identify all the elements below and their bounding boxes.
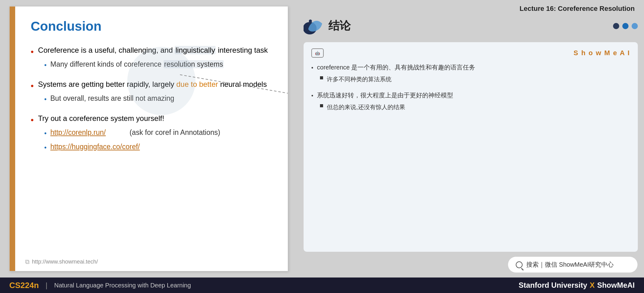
bullet-1-marker: • (31, 45, 34, 58)
bottom-right: Stanford University X ShowMeAI (519, 281, 635, 290)
right-panel: Lecture 16: Coreference Resolution 结论 (297, 0, 644, 277)
x-separator: X (590, 281, 595, 290)
search-text: 搜索｜微信 ShowMeAI研究中心 (526, 260, 614, 269)
link-1[interactable]: http://corenlp.run/ (ask for coref in An… (50, 127, 220, 138)
bottom-left: CS224n | Natural Language Processing wit… (9, 281, 191, 290)
stanford-text: Stanford University (519, 281, 587, 290)
bullet-1: • Coreference is a useful, challenging, … (31, 45, 272, 73)
cn-sub-bullets-1: 许多不同种类的算法系统 (320, 75, 475, 84)
svg-point-2 (309, 20, 312, 23)
sub-bullet-1-1-text: Many different kinds of coreference reso… (50, 59, 224, 70)
slide-footer: ⧉ http://www.showmeai.tech/ (25, 258, 98, 265)
cn-bullet-1-marker: • (311, 64, 313, 73)
bottom-divider: | (43, 281, 50, 290)
cn-bullet-2-text: 系统迅速好转，很大程度上是由于更好的神经模型 (317, 92, 453, 99)
showmeai-footer-brand: ShowMeAI (597, 281, 635, 290)
lecture-title: Lecture 16: Coreference Resolution (304, 5, 638, 13)
cn-sub-bullet-2-1-text: 但总的来说,还没有惊人的结果 (327, 103, 405, 112)
cn-title: 结论 (328, 18, 351, 33)
sub-bullets-1: • Many different kinds of coreference re… (44, 59, 268, 70)
cn-bullets: • coreference 是一个有用的、具有挑战性和有趣的语言任务 许多不同种… (311, 62, 630, 115)
cursor-icon: ⧉ (25, 258, 29, 265)
sub-bullet-3-1-marker: • (44, 128, 47, 138)
bullet-3-text: Try out a coreference system yourself! (38, 114, 164, 122)
nav-dot-3 (632, 23, 638, 29)
cn-bullet-1-content: coreference 是一个有用的、具有挑战性和有趣的语言任务 许多不同种类的… (317, 62, 475, 87)
sub-bullets-3: • http://corenlp.run/ (ask for coref in … (44, 127, 220, 153)
cn-icon (304, 17, 324, 34)
sub-bullet-1-1: • Many different kinds of coreference re… (44, 59, 268, 70)
bullet-1-content: Coreference is a useful, challenging, an… (38, 45, 268, 73)
sub-bullet-2-1-marker: • (44, 94, 47, 104)
cn-bullet-2-content: 系统迅速好转，很大程度上是由于更好的神经模型 但总的来说,还没有惊人的结果 (317, 90, 453, 114)
search-bar[interactable]: 搜索｜微信 ShowMeAI研究中心 (508, 256, 638, 273)
cn-bullet-1: • coreference 是一个有用的、具有挑战性和有趣的语言任务 许多不同种… (311, 62, 630, 87)
nav-dot-2 (622, 23, 629, 29)
bullet-3: • Try out a coreference system yourself!… (31, 113, 272, 156)
nav-dots (613, 23, 638, 29)
course-name: Natural Language Processing with Deep Le… (54, 282, 191, 289)
slide-content: Conclusion • Coreference is a useful, ch… (15, 7, 288, 174)
cn-bullet-1-text: coreference 是一个有用的、具有挑战性和有趣的语言任务 (317, 64, 475, 71)
slide-bullets: • Coreference is a useful, challenging, … (31, 45, 272, 156)
ai-badge-text: 🤖 (315, 51, 320, 55)
sub-bullet-3-2: • https://huggingface.co/coref/ (44, 141, 220, 153)
sub-bullet-2-1-text: But overall, results are still not amazi… (50, 93, 174, 104)
cn-sub-bullet-2-1-marker (320, 104, 323, 107)
cn-sub-bullet-2-1: 但总的来说,还没有惊人的结果 (320, 103, 453, 112)
search-icon (516, 261, 523, 268)
bullet-2-marker: • (31, 79, 34, 92)
slide-panel: Conclusion • Coreference is a useful, ch… (9, 6, 288, 271)
bottom-bar: CS224n | Natural Language Processing wit… (0, 277, 644, 293)
footer-url: http://www.showmeai.tech/ (32, 259, 98, 265)
slide-title: Conclusion (31, 19, 272, 34)
bullet-2: • Systems are getting better rapidly, la… (31, 79, 272, 107)
cn-header: 结论 (304, 17, 638, 34)
sub-bullet-3-2-marker: • (44, 142, 47, 153)
course-code: CS224n (9, 281, 39, 290)
ai-badge: 🤖 (311, 48, 324, 58)
cn-sub-bullets-2: 但总的来说,还没有惊人的结果 (320, 103, 453, 112)
cn-bullet-2-marker: • (311, 91, 313, 100)
corenlp-link[interactable]: http://corenlp.run/ (50, 128, 106, 136)
cn-bullet-2: • 系统迅速好转，很大程度上是由于更好的神经模型 但总的来说,还没有惊人的结果 (311, 90, 630, 114)
nav-dot-1 (613, 23, 619, 29)
sub-bullets-2: • But overall, results are still not ama… (44, 93, 267, 104)
slide-left-bar (10, 7, 15, 271)
bullet-3-content: Try out a coreference system yourself! •… (38, 113, 220, 156)
showmeai-card: 🤖 S h o w M e A I • coreference 是一个有用的、具… (304, 42, 638, 252)
corenlp-note: (ask for coref in Annotations) (129, 128, 220, 136)
cn-sub-bullet-1-1-text: 许多不同种类的算法系统 (327, 75, 392, 84)
huggingface-link[interactable]: https://huggingface.co/coref/ (50, 141, 140, 152)
bullet-2-text: Systems are getting better rapidly, larg… (38, 80, 267, 88)
bullet-1-text: Coreference is a useful, challenging, an… (38, 46, 268, 54)
sub-bullet-1-1-marker: • (44, 60, 47, 70)
bullet-2-content: Systems are getting better rapidly, larg… (38, 79, 267, 107)
sub-bullet-2-1: • But overall, results are still not ama… (44, 93, 267, 104)
showmeai-brand: S h o w M e A I (574, 49, 630, 57)
sub-bullet-3-1: • http://corenlp.run/ (ask for coref in … (44, 127, 220, 138)
bullet-3-marker: • (31, 113, 34, 127)
cn-sub-bullet-1-1: 许多不同种类的算法系统 (320, 75, 475, 84)
card-header: 🤖 S h o w M e A I (311, 48, 630, 58)
cn-sub-bullet-1-1-marker (320, 76, 323, 79)
